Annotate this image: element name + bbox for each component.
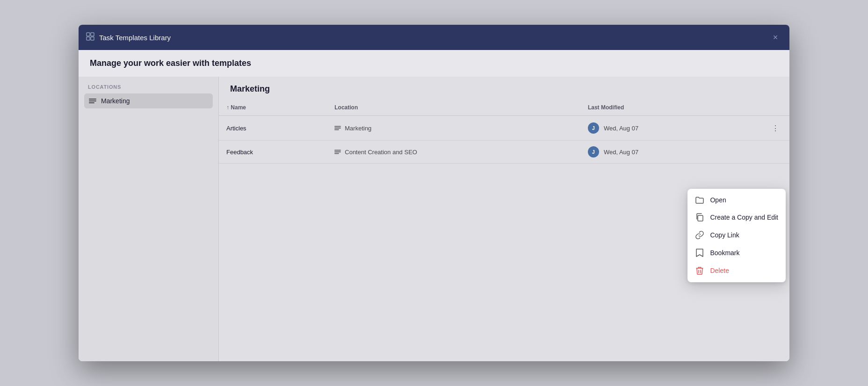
modal-close-button[interactable]: × xyxy=(769,31,782,44)
row-location-feedback: Content Creation and SEO xyxy=(327,141,580,164)
sidebar-item-marketing[interactable]: Marketing xyxy=(84,93,213,108)
avatar-feedback: J xyxy=(588,146,599,157)
row-modified-articles: J Wed, Aug 07 ⋮ xyxy=(580,116,789,141)
svg-rect-1 xyxy=(91,33,94,36)
table-header-row: ↑ Name Location Last Modified xyxy=(219,100,789,116)
row-modified-feedback: J Wed, Aug 07 xyxy=(580,141,789,164)
sidebar: LOCATIONS Marketing xyxy=(79,77,219,361)
row-name-feedback: Feedback xyxy=(219,141,327,164)
modal-subtitle: Manage your work easier with templates xyxy=(79,50,789,77)
column-header-location: Location xyxy=(327,100,580,116)
bookmark-icon xyxy=(695,249,704,257)
context-menu-item-open[interactable]: Open xyxy=(687,192,786,208)
table-row: Articles Marketing xyxy=(219,116,789,141)
row-location-articles: Marketing xyxy=(327,116,580,141)
content-title: Marketing xyxy=(230,84,778,94)
sidebar-item-label-marketing: Marketing xyxy=(101,97,130,105)
sort-icon: ↑ xyxy=(226,104,231,111)
context-menu-label-copy-link: Copy Link xyxy=(710,231,739,239)
svg-rect-0 xyxy=(87,33,90,36)
copy-icon xyxy=(695,213,704,222)
marketing-stack-icon xyxy=(89,98,96,104)
avatar-articles: J xyxy=(588,122,599,134)
context-menu-item-copy-link[interactable]: Copy Link xyxy=(687,226,786,244)
table-row: Feedback Content Creation and S xyxy=(219,141,789,164)
sidebar-section-label: LOCATIONS xyxy=(84,84,213,90)
modal: Task Templates Library × Manage your wor… xyxy=(79,25,789,361)
content-header: Marketing xyxy=(219,77,789,100)
context-menu: Open Create a Copy and Edit xyxy=(687,189,786,282)
location-stack-icon-2 xyxy=(334,149,341,155)
date-feedback: Wed, Aug 07 xyxy=(604,149,638,156)
modal-overlay: Task Templates Library × Manage your wor… xyxy=(0,0,868,386)
context-menu-item-copy-edit[interactable]: Create a Copy and Edit xyxy=(687,208,786,226)
trash-icon xyxy=(695,266,704,275)
svg-rect-3 xyxy=(91,37,94,40)
templates-table: ↑ Name Location Last Modified xyxy=(219,100,789,164)
date-articles: Wed, Aug 07 xyxy=(604,125,638,132)
modal-header: Task Templates Library × xyxy=(79,25,789,50)
modal-title: Task Templates Library xyxy=(99,34,769,42)
context-menu-label-open: Open xyxy=(710,196,726,204)
template-icon xyxy=(86,32,94,43)
row-name-articles: Articles xyxy=(219,116,327,141)
location-text-articles: Marketing xyxy=(345,125,371,132)
context-menu-label-bookmark: Bookmark xyxy=(710,249,739,257)
context-menu-item-delete[interactable]: Delete xyxy=(687,262,786,279)
svg-rect-4 xyxy=(698,215,703,221)
main-content: Marketing ↑ Name Location xyxy=(219,77,789,361)
column-header-name[interactable]: ↑ Name xyxy=(219,100,327,116)
folder-icon xyxy=(695,196,704,204)
context-menu-label-delete: Delete xyxy=(710,267,729,274)
location-text-feedback: Content Creation and SEO xyxy=(345,149,417,156)
link-icon xyxy=(695,231,704,239)
context-menu-label-copy-edit: Create a Copy and Edit xyxy=(710,214,778,221)
location-stack-icon xyxy=(334,125,341,131)
more-button-articles[interactable]: ⋮ xyxy=(769,122,782,135)
svg-rect-2 xyxy=(87,37,90,40)
context-menu-item-bookmark[interactable]: Bookmark xyxy=(687,244,786,262)
modal-body: LOCATIONS Marketing Marketing xyxy=(79,77,789,361)
column-header-last-modified: Last Modified xyxy=(580,100,789,116)
